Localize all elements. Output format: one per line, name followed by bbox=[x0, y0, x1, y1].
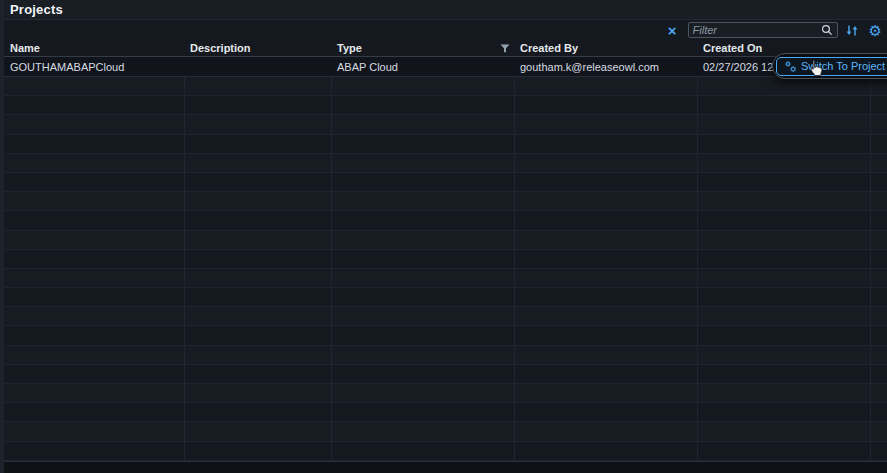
cell-created-by: goutham.k@releaseowl.com bbox=[514, 61, 697, 73]
page-title: Projects bbox=[10, 2, 63, 17]
table-row-empty bbox=[4, 269, 887, 288]
table-row-empty bbox=[4, 384, 887, 403]
table-row-empty bbox=[4, 154, 887, 173]
table-row-empty bbox=[4, 135, 887, 154]
table-body: GOUTHAMABAPCloud ABAP Cloud goutham.k@re… bbox=[4, 57, 887, 461]
column-divider bbox=[697, 57, 698, 461]
clear-filter-icon[interactable]: × bbox=[668, 23, 677, 38]
mouse-cursor-pointer bbox=[808, 59, 823, 82]
table-row[interactable]: GOUTHAMABAPCloud ABAP Cloud goutham.k@re… bbox=[4, 57, 887, 77]
sort-icon[interactable] bbox=[845, 24, 859, 37]
empty-rows-container bbox=[4, 77, 887, 461]
table-footer-bar bbox=[4, 461, 887, 473]
column-header-description[interactable]: Description bbox=[184, 40, 331, 56]
table-row-empty bbox=[4, 250, 887, 269]
table-row-empty bbox=[4, 326, 887, 345]
column-header-created-by[interactable]: Created By bbox=[514, 40, 697, 56]
table-row-empty bbox=[4, 346, 887, 365]
projects-page: Projects × ⚙ Name bbox=[4, 0, 887, 473]
column-divider bbox=[514, 57, 515, 461]
column-divider bbox=[184, 57, 185, 461]
cell-type: ABAP Cloud bbox=[331, 61, 514, 73]
table-row-empty bbox=[4, 77, 887, 96]
column-divider bbox=[331, 57, 332, 461]
table-row-empty bbox=[4, 96, 887, 115]
table-row-empty bbox=[4, 365, 887, 384]
row-action-popup: Switch To Project bbox=[772, 53, 887, 79]
table-row-empty bbox=[4, 192, 887, 211]
column-header-name[interactable]: Name bbox=[4, 40, 184, 56]
filter-funnel-icon[interactable] bbox=[500, 44, 510, 53]
table-row-empty bbox=[4, 231, 887, 250]
cell-name: GOUTHAMABAPCloud bbox=[4, 61, 184, 73]
table-row-empty bbox=[4, 173, 887, 192]
table-toolbar: × ⚙ bbox=[4, 20, 887, 40]
table-row-empty bbox=[4, 307, 887, 326]
switch-to-project-button[interactable]: Switch To Project bbox=[776, 57, 887, 76]
settings-icon[interactable]: ⚙ bbox=[869, 23, 882, 38]
table-row-empty bbox=[4, 442, 887, 461]
table-row-empty bbox=[4, 422, 887, 441]
table-row-empty bbox=[4, 288, 887, 307]
table-header-row: Name Description Type Created By Created… bbox=[4, 40, 887, 57]
table-row-empty bbox=[4, 403, 887, 422]
filter-input-wrap bbox=[688, 22, 838, 38]
table-row-empty bbox=[4, 115, 887, 134]
column-header-type[interactable]: Type bbox=[331, 40, 514, 56]
switch-gears-icon bbox=[784, 60, 797, 73]
column-divider bbox=[870, 57, 871, 461]
column-header-type-label: Type bbox=[337, 42, 362, 54]
search-icon[interactable] bbox=[821, 24, 833, 36]
page-header: Projects bbox=[4, 0, 887, 20]
table-row-empty bbox=[4, 211, 887, 230]
filter-input[interactable] bbox=[693, 24, 821, 36]
